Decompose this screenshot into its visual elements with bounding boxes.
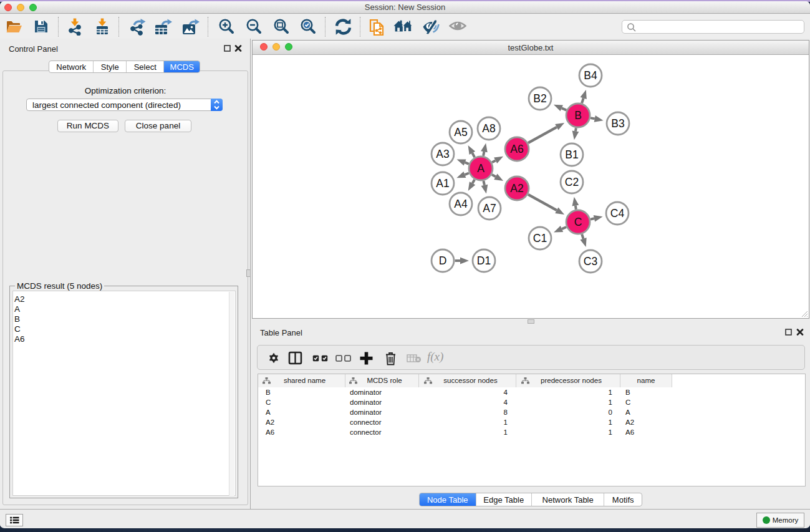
svg-text:A8: A8 xyxy=(482,122,495,135)
svg-text:D1: D1 xyxy=(477,254,491,267)
svg-text:C2: C2 xyxy=(565,176,579,188)
svg-text:B: B xyxy=(574,109,582,122)
svg-text:C4: C4 xyxy=(610,207,625,220)
svg-text:B4: B4 xyxy=(584,69,597,82)
svg-text:D: D xyxy=(439,254,447,267)
svg-text:A6: A6 xyxy=(510,143,523,155)
svg-text:A5: A5 xyxy=(454,126,467,138)
svg-text:A3: A3 xyxy=(436,148,449,160)
svg-text:B3: B3 xyxy=(611,117,624,130)
svg-text:C3: C3 xyxy=(584,255,597,268)
svg-text:B2: B2 xyxy=(533,92,546,105)
svg-text:C1: C1 xyxy=(533,232,547,244)
svg-text:A1: A1 xyxy=(436,177,449,190)
svg-text:A7: A7 xyxy=(483,202,496,215)
svg-text:B1: B1 xyxy=(565,148,578,161)
svg-text:A2: A2 xyxy=(510,182,523,195)
svg-text:A: A xyxy=(477,162,485,175)
svg-text:A4: A4 xyxy=(454,198,468,210)
svg-text:C: C xyxy=(574,216,582,228)
